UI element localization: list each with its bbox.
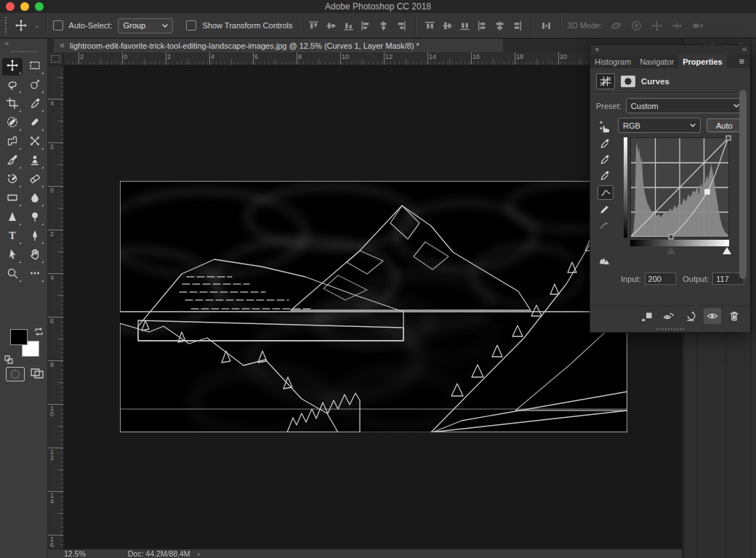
minimize-window-icon[interactable] <box>20 2 29 11</box>
document-tab[interactable]: × lightroom-edit-favorite-trick-tool-edi… <box>54 39 503 52</box>
3d-slide-icon[interactable] <box>669 17 685 33</box>
preset-select[interactable]: Custom <box>626 98 744 113</box>
delete-adjustment-icon[interactable] <box>725 308 743 324</box>
tool-crop[interactable] <box>2 96 23 113</box>
distribute-left-icon[interactable] <box>475 17 491 33</box>
tool-zoom[interactable] <box>2 266 23 283</box>
align-top-icon[interactable] <box>306 17 322 33</box>
white-point-eyedropper-icon[interactable] <box>598 169 611 182</box>
auto-select-target-select[interactable]: Group <box>118 18 173 33</box>
vertical-ruler[interactable]: 42024681 01 21 41 6 <box>48 65 64 549</box>
view-previous-state-icon[interactable] <box>660 308 677 324</box>
ruler-origin[interactable] <box>48 52 64 65</box>
zoom-window-icon[interactable] <box>35 2 44 11</box>
align-bottom-icon[interactable] <box>341 17 357 33</box>
close-document-icon[interactable]: × <box>60 41 65 50</box>
tool-pen[interactable] <box>25 228 45 246</box>
3d-orbit-icon[interactable] <box>608 17 624 33</box>
tool-eyedropper[interactable] <box>25 96 45 113</box>
quick-mask-icon <box>11 370 20 379</box>
targeted-adjustment-icon[interactable] <box>596 119 612 132</box>
tool-hand[interactable] <box>25 247 45 264</box>
highlight-input-slider[interactable] <box>723 247 731 254</box>
distribute-center-icon[interactable] <box>492 17 508 33</box>
quick-mask-button[interactable] <box>6 367 25 381</box>
swap-colors-icon[interactable] <box>34 326 44 336</box>
reset-adjustment-icon[interactable] <box>682 308 699 324</box>
histogram-clipping-warning-icon[interactable] <box>598 254 611 267</box>
tool-preset-chevron-icon[interactable]: ⌄ <box>34 22 40 29</box>
tool-sharpen[interactable] <box>2 209 23 227</box>
curve-point[interactable] <box>726 136 731 141</box>
align-right-icon[interactable] <box>393 17 409 33</box>
auto-button[interactable]: Auto <box>707 118 742 132</box>
distribute-bottom-icon[interactable] <box>457 17 473 33</box>
tool-lasso[interactable] <box>2 77 23 94</box>
curves-adjustment-icon[interactable] <box>596 73 615 89</box>
tool-patch[interactable] <box>2 134 23 151</box>
tab-histogram[interactable]: Histogram <box>590 54 635 68</box>
tab-navigator[interactable]: Navigator <box>635 54 678 68</box>
auto-select-checkbox[interactable] <box>53 20 63 31</box>
tool-type[interactable]: T <box>2 228 23 246</box>
collapse-panel-icon[interactable]: ‹‹ <box>4 39 8 47</box>
shadow-input-slider[interactable] <box>667 247 675 254</box>
screen-mode-button[interactable] <box>29 367 45 380</box>
canvas-area[interactable] <box>64 65 682 549</box>
clip-to-layer-icon[interactable] <box>638 308 656 324</box>
tab-properties[interactable]: Properties <box>678 54 726 68</box>
3d-camera-icon[interactable] <box>689 17 705 33</box>
panel-scrollbar[interactable] <box>739 90 747 279</box>
status-options-chevron-icon[interactable]: › <box>198 549 201 558</box>
tool-eraser[interactable] <box>25 171 45 189</box>
tool-path-select[interactable] <box>2 247 23 264</box>
options-drag-handle[interactable] <box>4 16 8 35</box>
tool-quick-select[interactable] <box>25 77 45 94</box>
align-left-icon[interactable] <box>358 17 374 33</box>
tool-healing-brush[interactable] <box>25 115 45 132</box>
tool-gradient[interactable] <box>2 190 23 208</box>
toolbar-drag-handle[interactable] <box>10 50 38 54</box>
tool-blur[interactable] <box>25 190 45 208</box>
curves-graph[interactable] <box>630 137 729 238</box>
document-image[interactable] <box>120 181 627 432</box>
horizontal-ruler[interactable]: 202468101214161820 <box>64 52 682 65</box>
distribute-right-icon[interactable] <box>510 17 526 33</box>
tool-marquee[interactable] <box>25 58 45 76</box>
distribute-top-icon[interactable] <box>422 17 438 33</box>
tool-clone-stamp[interactable] <box>25 153 45 170</box>
foreground-color-swatch[interactable] <box>10 329 28 345</box>
gray-point-eyedropper-icon[interactable] <box>598 153 611 166</box>
tool-brush[interactable] <box>2 153 23 170</box>
align-middle-icon[interactable] <box>323 17 339 33</box>
pencil-draw-curve-icon[interactable] <box>598 203 611 216</box>
close-window-icon[interactable] <box>6 2 15 11</box>
edit-points-button[interactable] <box>598 185 614 200</box>
visibility-eye-icon[interactable] <box>704 308 721 324</box>
curve-point[interactable] <box>669 235 674 240</box>
black-point-eyedropper-icon[interactable] <box>598 137 611 150</box>
align-center-icon[interactable] <box>376 17 392 33</box>
show-transform-checkbox[interactable] <box>186 20 196 31</box>
tool-more[interactable] <box>25 266 45 283</box>
layer-mask-thumbnail[interactable] <box>621 76 635 87</box>
input-value-field[interactable]: 200 <box>645 272 677 285</box>
tool-content-aware-move[interactable] <box>25 134 45 151</box>
panel-resize-grip[interactable] <box>656 328 685 331</box>
distribute-spacing-icon[interactable] <box>539 17 555 33</box>
close-panel-icon[interactable]: × <box>595 45 599 54</box>
zoom-level-field[interactable]: 12.5% <box>64 549 86 558</box>
distribute-middle-icon[interactable] <box>440 17 456 33</box>
tool-move[interactable] <box>2 58 23 76</box>
3d-roll-icon[interactable] <box>628 17 644 33</box>
tool-spot-healing[interactable] <box>2 115 23 132</box>
curve-point[interactable] <box>705 189 710 194</box>
panel-menu-icon[interactable]: ≡ <box>733 54 750 68</box>
smooth-curve-icon[interactable] <box>598 219 611 232</box>
tool-history-brush[interactable] <box>2 171 23 189</box>
default-colors-icon[interactable] <box>4 354 13 363</box>
collapse-panel-icon[interactable]: ‹‹ <box>742 45 746 54</box>
tool-dodge[interactable] <box>25 209 45 227</box>
channel-select[interactable]: RGB <box>618 118 701 133</box>
3d-pan-icon[interactable] <box>648 17 664 33</box>
